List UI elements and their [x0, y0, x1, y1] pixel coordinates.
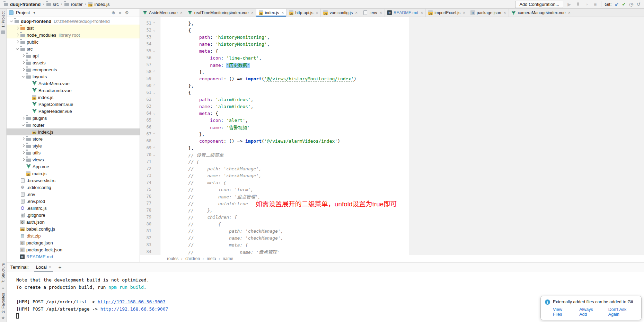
tree-item-dist-zip[interactable]: ▤dist.zip	[7, 232, 140, 239]
tree-item-browserslistrc[interactable]: .browserslistrc	[7, 177, 140, 184]
stop-icon[interactable]: ■	[592, 2, 598, 7]
fold-marker-icon[interactable]: ⌃	[151, 70, 157, 73]
terminal-tab-local[interactable]: Local ×	[34, 262, 53, 272]
tree-item-index-js[interactable]: JSindex.js	[7, 128, 140, 135]
tool-window-structure-button[interactable]: 7: Structure	[1, 263, 5, 283]
chevron-down-icon[interactable]: ▼	[33, 11, 36, 15]
close-icon[interactable]: ×	[49, 265, 51, 270]
close-tab-icon[interactable]: ×	[355, 10, 358, 15]
git-commit-icon[interactable]: ✔	[622, 1, 626, 7]
tree-item-pagecontent-vue[interactable]: PageContent.vue	[7, 101, 140, 108]
fold-marker-icon[interactable]: ⌄	[151, 111, 157, 115]
tree-toggle[interactable]	[15, 48, 20, 50]
fold-marker-icon[interactable]: ⌄	[151, 49, 157, 53]
add-configuration-button[interactable]: Add Configuration...	[515, 1, 563, 8]
editor-tab-asidemenu-vue[interactable]: AsideMenu.vue×	[140, 9, 185, 17]
gear-icon[interactable]: ⚙	[125, 10, 129, 15]
tool-window-favorites-button[interactable]: 2: Favorites	[1, 293, 5, 313]
terminal-link[interactable]: http://192.168.66.56:9007	[98, 299, 166, 304]
tree-item-router[interactable]: router	[7, 122, 140, 128]
tree-item-dist[interactable]: dist	[7, 25, 140, 32]
tree-item-plugins[interactable]: plugins	[7, 115, 140, 122]
editor-tab-readme-md[interactable]: MREADME.md×	[385, 9, 426, 17]
git-rollback-icon[interactable]: ↺	[636, 1, 641, 7]
tree-item-eslintrc-js[interactable]: .eslintrc.js	[7, 205, 140, 212]
new-terminal-session-icon[interactable]: +	[59, 264, 62, 270]
tree-toggle[interactable]	[15, 34, 20, 36]
locate-file-icon[interactable]: ⊕	[112, 10, 115, 15]
run-with-coverage-icon[interactable]: ◔	[584, 2, 589, 7]
tree-item-package-lock-json[interactable]: {}package-lock.json	[7, 246, 140, 253]
breadcrumb-item-src[interactable]: src	[45, 2, 59, 7]
close-tab-icon[interactable]: ×	[316, 10, 318, 15]
fold-marker-icon[interactable]: ⌄	[151, 28, 157, 32]
close-tab-icon[interactable]: ×	[281, 10, 284, 15]
tree-toggle[interactable]	[20, 125, 26, 126]
terminal-link[interactable]: http://192.168.66.56:9007	[100, 306, 168, 312]
tree-item-env-prod[interactable]: .env.prod	[7, 198, 140, 205]
run-icon[interactable]: ▶	[566, 2, 572, 7]
editor-tab-env[interactable]: .env×	[360, 9, 385, 17]
close-tab-icon[interactable]: ×	[504, 10, 506, 15]
project-panel-title[interactable]: Project	[16, 10, 30, 15]
tree-toggle[interactable]	[9, 21, 14, 22]
breadcrumb-item-router[interactable]: router	[63, 2, 83, 7]
editor-tab-http-api-js[interactable]: JShttp-api.js×	[286, 9, 321, 17]
tool-window-project-button[interactable]: 1: Project	[1, 11, 5, 27]
code-editor[interactable]: 51⌃ },52⌄ {53 path: 'historyMonitoring',…	[140, 17, 409, 255]
editor-tab-cameramanage-index-vue[interactable]: cameraManage\index.vue×	[509, 9, 573, 17]
tree-toggle[interactable]	[20, 145, 26, 147]
tree-item-api[interactable]: api	[7, 52, 140, 59]
tree-item-babel-config-js[interactable]: JSbabel.config.js	[7, 225, 140, 232]
close-tab-icon[interactable]: ×	[421, 10, 423, 15]
tree-item-components[interactable]: components	[7, 66, 140, 73]
git-history-icon[interactable]: ◷	[629, 1, 633, 7]
tree-item-editorconfig[interactable]: ⚙.editorconfig	[7, 184, 140, 191]
debug-bug-icon[interactable]	[575, 2, 581, 7]
notification-action-view-files[interactable]: View Files	[553, 307, 572, 317]
tree-toggle[interactable]	[20, 159, 26, 161]
fold-marker-icon[interactable]: ⌃	[151, 146, 157, 150]
tree-item-layouts[interactable]: layouts	[7, 73, 140, 80]
tree-item-duoji-frontend[interactable]: duoji-frontendD:\zheheWeb\duoji-frontend	[7, 18, 140, 25]
editor-tab-package-json[interactable]: {}package.json×	[468, 9, 509, 17]
close-tab-icon[interactable]: ×	[463, 10, 465, 15]
editor-breadcrumb-routes[interactable]: routes	[166, 256, 179, 261]
tree-item-asidemenu-vue[interactable]: AsideMenu.vue	[7, 80, 140, 87]
tree-item-readme-md[interactable]: MREADME.md	[7, 253, 140, 260]
close-tab-icon[interactable]: ×	[568, 10, 571, 15]
editor-breadcrumb-children[interactable]: children	[185, 256, 201, 261]
tree-toggle[interactable]	[20, 62, 26, 64]
notification-action-always-add[interactable]: Always Add	[579, 307, 601, 317]
tree-item-main-js[interactable]: JSmain.js	[7, 170, 140, 177]
tree-item-src[interactable]: src	[7, 45, 140, 52]
tree-toggle[interactable]	[20, 117, 26, 119]
editor-breadcrumb-meta[interactable]: meta	[206, 256, 217, 261]
tree-item-assets[interactable]: assets	[7, 59, 140, 66]
tree-item-views[interactable]: views	[7, 156, 140, 163]
tree-item-store[interactable]: store	[7, 135, 140, 142]
tree-toggle[interactable]	[20, 55, 26, 57]
tree-item-utils[interactable]: utils	[7, 149, 140, 156]
tree-toggle[interactable]	[15, 27, 20, 29]
tree-item-node-modules[interactable]: node_moduleslibrary root	[7, 32, 140, 38]
tree-toggle[interactable]	[20, 138, 26, 140]
tree-item-index-js[interactable]: JSindex.js	[7, 94, 140, 101]
hide-panel-icon[interactable]: ―	[132, 10, 137, 15]
fold-marker-icon[interactable]: ⌃	[151, 84, 157, 87]
breadcrumb-item-duoji-frontend[interactable]: duoji-frontend	[3, 2, 41, 7]
close-tab-icon[interactable]: ×	[251, 10, 254, 15]
tree-item-env[interactable]: .env	[7, 191, 140, 198]
editor-tab-importexcel-js[interactable]: JSimportExcel.js×	[426, 9, 468, 17]
git-update-icon[interactable]: ↙	[615, 1, 619, 7]
editor-tab-index-js[interactable]: JSindex.js×	[256, 9, 287, 17]
breadcrumb-item-index-js[interactable]: JSindex.js	[87, 2, 110, 7]
close-tab-icon[interactable]: ×	[180, 10, 183, 15]
fold-marker-icon[interactable]: ⌄	[151, 153, 157, 156]
close-tab-icon[interactable]: ×	[380, 10, 382, 15]
tree-item-style[interactable]: style	[7, 142, 140, 149]
fold-marker-icon[interactable]: ⌄	[151, 91, 157, 94]
tree-toggle[interactable]	[15, 41, 20, 43]
collapse-all-icon[interactable]: ≡	[119, 10, 122, 15]
tree-item-breadcrumb-vue[interactable]: Breadcrumb.vue	[7, 87, 140, 94]
